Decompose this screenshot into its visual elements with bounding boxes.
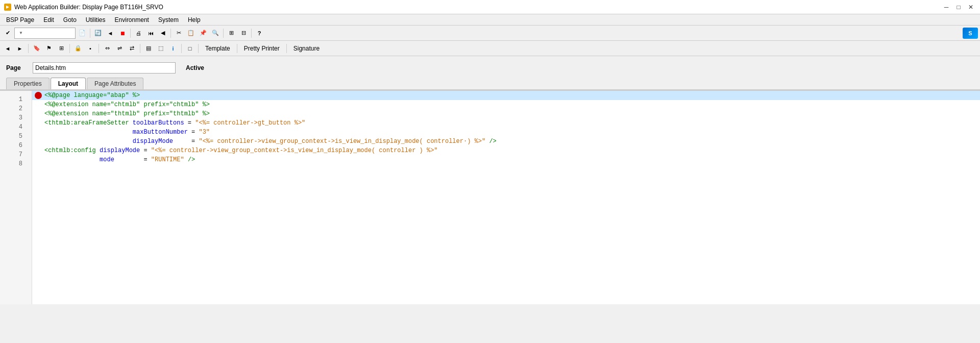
line-number-6: 6 bbox=[5, 141, 27, 150]
sap-logo: S bbox=[963, 28, 978, 39]
separator2 bbox=[130, 29, 131, 38]
find-button[interactable]: 🔍 bbox=[210, 28, 221, 39]
code-text-1: <%@page language="abap" %> bbox=[44, 92, 140, 99]
tabs-row: Properties Layout Page Attributes bbox=[0, 76, 980, 89]
tb2-sep4 bbox=[140, 44, 140, 53]
code-text-8: mode = "RUNTIME" /> bbox=[44, 156, 195, 163]
print-button[interactable]: 🖨 bbox=[133, 28, 144, 39]
flag-button[interactable]: ⚑ bbox=[43, 43, 55, 54]
tab-layout[interactable]: Layout bbox=[51, 78, 86, 89]
code-text-7: <chtmlb:config displayMode = "<%= contro… bbox=[44, 147, 438, 154]
title-bar: ▶ Web Application Builder: Display Page … bbox=[0, 0, 980, 14]
sync-button[interactable]: ⇄ bbox=[126, 43, 137, 54]
tb2-sep7 bbox=[237, 44, 237, 53]
tab-page-attributes[interactable]: Page Attributes bbox=[87, 78, 143, 89]
activate-button[interactable]: ✔ bbox=[2, 28, 13, 39]
separator5 bbox=[251, 29, 252, 38]
help-button[interactable]: ? bbox=[254, 28, 265, 39]
separator4 bbox=[223, 29, 224, 38]
gutter-1 bbox=[32, 92, 44, 99]
code-line-5[interactable]: maxButtonNumber = "3" bbox=[32, 128, 980, 137]
copy-button[interactable]: 📋 bbox=[185, 28, 197, 39]
line-number-2: 2 bbox=[5, 104, 27, 113]
paste-button[interactable]: 📌 bbox=[198, 28, 209, 39]
page-header: Page Active Properties Layout Page Attri… bbox=[0, 56, 980, 90]
line-number-5: 5 bbox=[5, 132, 27, 141]
code-text-5: maxButtonNumber = "3" bbox=[44, 129, 210, 136]
expand-button[interactable]: ⊞ bbox=[226, 28, 237, 39]
grid-button[interactable]: ⊞ bbox=[56, 43, 67, 54]
back-button[interactable]: ◄ bbox=[105, 28, 116, 39]
tab-properties[interactable]: Properties bbox=[6, 78, 50, 89]
key-button[interactable]: • bbox=[85, 43, 96, 54]
merge-button[interactable]: ⇌ bbox=[114, 43, 125, 54]
tb2-sep1 bbox=[28, 44, 29, 53]
menu-utilities[interactable]: Utilities bbox=[82, 15, 110, 24]
line-number-1: 1 bbox=[5, 95, 27, 104]
page-info-row: Page Active bbox=[0, 60, 980, 76]
square-button[interactable]: □ bbox=[184, 43, 195, 54]
print2-button[interactable]: ⬚ bbox=[155, 43, 166, 54]
menu-goto[interactable]: Goto bbox=[59, 15, 81, 24]
code-line-6[interactable]: displayMode = "<%= controller->view_grou… bbox=[32, 137, 980, 146]
title-bar-title: Web Application Builder: Display Page BT… bbox=[14, 4, 163, 11]
pretty-printer-button[interactable]: Pretty Printer bbox=[240, 43, 284, 54]
nav-forward-button[interactable]: ► bbox=[14, 43, 26, 54]
status-badge: Active bbox=[186, 64, 204, 71]
title-bar-controls: ─ □ ✕ bbox=[941, 2, 976, 12]
menu-bar: BSP Page Edit Goto Utilities Environment… bbox=[0, 14, 980, 26]
line-number-3: 3 bbox=[5, 113, 27, 122]
code-area: 12345678 <%@page language="abap" %><%@ex… bbox=[0, 90, 980, 304]
breakpoint-icon bbox=[35, 92, 42, 99]
code-line-4[interactable]: <thtmlb:areaFrameSetter toolbarButtons =… bbox=[32, 118, 980, 128]
collapse-button[interactable]: ⊟ bbox=[238, 28, 249, 39]
tb2-sep3 bbox=[99, 44, 99, 53]
menu-system[interactable]: System bbox=[154, 15, 183, 24]
code-text-6: displayMode = "<%= controller->view_grou… bbox=[44, 138, 497, 145]
signature-button[interactable]: Signature bbox=[289, 43, 324, 54]
menu-edit[interactable]: Edit bbox=[39, 15, 58, 24]
code-line-2[interactable]: <%@extension name="chtmlb" prefix="chtml… bbox=[32, 100, 980, 109]
line-number-4: 4 bbox=[5, 122, 27, 132]
command-dropdown[interactable]: ▼ bbox=[14, 28, 76, 39]
compare-button[interactable]: ⇔ bbox=[102, 43, 113, 54]
close-button[interactable]: ✕ bbox=[966, 2, 976, 12]
code-line-7[interactable]: <chtmlb:config displayMode = "<%= contro… bbox=[32, 146, 980, 155]
page-name-input[interactable] bbox=[33, 62, 176, 74]
title-bar-left: ▶ Web Application Builder: Display Page … bbox=[4, 4, 163, 11]
info-button[interactable]: i bbox=[167, 43, 179, 54]
tb2-sep6 bbox=[198, 44, 199, 53]
code-line-8[interactable]: mode = "RUNTIME" /> bbox=[32, 155, 980, 164]
code-text-4: <thtmlb:areaFrameSetter toolbarButtons =… bbox=[44, 119, 305, 127]
code-text-2: <%@extension name="chtmlb" prefix="chtml… bbox=[44, 101, 210, 108]
tb2-sep8 bbox=[286, 44, 287, 53]
line-numbers: 12345678 bbox=[0, 91, 32, 304]
refresh-button[interactable]: 🔄 bbox=[92, 28, 104, 39]
menu-environment[interactable]: Environment bbox=[111, 15, 153, 24]
dropdown-arrow-icon: ▼ bbox=[19, 31, 23, 35]
tb2-sep2 bbox=[69, 44, 70, 53]
code-line-1[interactable]: <%@page language="abap" %> bbox=[32, 91, 980, 100]
code-line-3[interactable]: <%@extension name="thtmlb" prefix="thtml… bbox=[32, 109, 980, 118]
menu-bsp-page[interactable]: BSP Page bbox=[2, 15, 38, 24]
code-editor[interactable]: <%@page language="abap" %><%@extension n… bbox=[32, 91, 980, 304]
toolbar2: ◄ ► 🔖 ⚑ ⊞ 🔒 • ⇔ ⇌ ⇄ ▤ ⬚ i □ Template Pre… bbox=[0, 41, 980, 56]
stop-button[interactable]: ⏹ bbox=[117, 28, 128, 39]
separator3 bbox=[170, 29, 171, 38]
menu-help[interactable]: Help bbox=[184, 15, 205, 24]
first-button[interactable]: ⏮ bbox=[145, 28, 156, 39]
code-text-3: <%@extension name="thtmlb" prefix="thtml… bbox=[44, 110, 210, 117]
prev-button[interactable]: ◀ bbox=[157, 28, 168, 39]
line-number-8: 8 bbox=[5, 159, 27, 168]
minimize-button[interactable]: ─ bbox=[941, 2, 951, 12]
separator1 bbox=[90, 29, 90, 38]
lock-button[interactable]: 🔒 bbox=[72, 43, 84, 54]
layout-button[interactable]: ▤ bbox=[143, 43, 154, 54]
maximize-button[interactable]: □ bbox=[953, 2, 964, 12]
template-button[interactable]: Template bbox=[201, 43, 234, 54]
display-button[interactable]: 📄 bbox=[77, 28, 88, 39]
app-icon: ▶ bbox=[4, 4, 11, 11]
cut-button[interactable]: ✂ bbox=[173, 28, 184, 39]
nav-back-button[interactable]: ◄ bbox=[2, 43, 13, 54]
bookmark-button[interactable]: 🔖 bbox=[31, 43, 42, 54]
